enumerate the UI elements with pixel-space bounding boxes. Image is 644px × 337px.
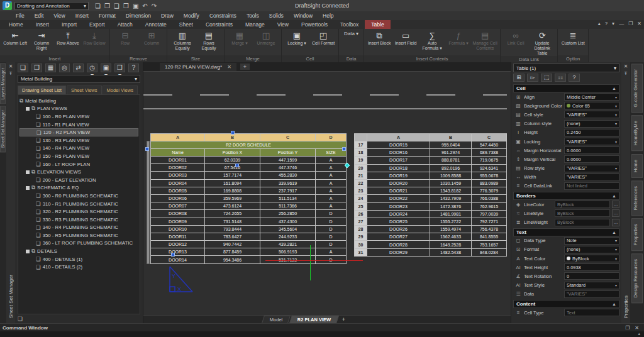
edge-tab-home[interactable]: Home (631, 154, 643, 178)
table-cell[interactable]: 1482.5438 (430, 248, 472, 256)
table-cell[interactable]: DOOR05 (151, 187, 205, 194)
select-entities-icon[interactable]: ⊞ (513, 74, 525, 82)
row-number-cell[interactable]: 23 (355, 187, 367, 195)
minimize-icon[interactable]: — (619, 21, 624, 26)
table-cell[interactable]: DOOR25 (367, 218, 430, 225)
workspace-selector[interactable]: Drafting and Annotation ▾ (14, 2, 89, 10)
import-sheet-icon[interactable]: ❐ (31, 64, 42, 72)
table-cell[interactable]: DOOR18 (367, 164, 430, 172)
section-header-borders[interactable]: Borders▲ (513, 192, 619, 200)
table-cell[interactable]: DOOR27 (367, 233, 430, 241)
menu-tools[interactable]: Tools (242, 12, 264, 19)
table-cell[interactable]: A (316, 172, 347, 179)
row-number-cell[interactable]: 27 (355, 218, 367, 225)
ribbon-tab-home[interactable]: Home (3, 20, 30, 29)
grip-handle[interactable] (171, 253, 175, 257)
table-cell[interactable]: 1030.1459 (430, 179, 472, 187)
table-cell[interactable]: DOOR01 (151, 157, 205, 164)
refresh-icon[interactable]: ⇄ (73, 64, 84, 72)
collapse-icon[interactable]: ▲ (612, 302, 616, 306)
help-icon[interactable]: ? (605, 21, 608, 26)
row-number-cell[interactable]: 22 (355, 179, 367, 187)
table-cell[interactable]: DOOR07 (151, 202, 205, 210)
new-sheet-tab-button[interactable]: + (340, 316, 348, 323)
new-sheet-icon[interactable]: ❏ (18, 64, 28, 72)
tree-group-schematic-eq[interactable]: ⧉SCHEMATIC & EQ (19, 184, 138, 192)
document-tab[interactable]: 120 R2 PLAN VIEW.dwg* ✕ (160, 63, 236, 71)
table-cell[interactable]: DOOR24 (367, 210, 430, 218)
ribbon-tab-attach[interactable]: Attach (111, 20, 139, 29)
print-icon[interactable]: ▣ (133, 3, 138, 9)
edge-tab-g-code-generator[interactable]: G-code Generator (631, 64, 643, 113)
table-cell[interactable]: A (316, 179, 347, 187)
collapse-icon[interactable]: ▲ (612, 86, 616, 91)
ribbon-tab-manage[interactable]: Manage (239, 20, 271, 29)
ribbon-tab-export[interactable]: Export (83, 20, 111, 29)
property-value-width[interactable]: "VARIES" (564, 174, 619, 181)
table-cell[interactable]: 924.6341 (472, 164, 507, 172)
table-cell[interactable]: 841.8555 (472, 233, 507, 241)
menu-constraints[interactable]: Constraints (205, 12, 241, 19)
table-cell[interactable]: DOOR16 (367, 149, 430, 157)
browse-button[interactable]: … (612, 219, 619, 226)
row-number-cell[interactable]: 18 (355, 149, 367, 157)
preview-icon[interactable]: ◎ (59, 64, 70, 72)
table-cell[interactable]: 955.0678 (472, 172, 507, 179)
ribbon-button-cell-format[interactable]: ◰Cell Format (311, 30, 336, 46)
sheet-150-r5-plan-view[interactable]: ❏150 - R5 PLAN VIEW (19, 152, 138, 160)
column-letter-cell[interactable]: C (472, 134, 507, 141)
menu-dimension[interactable]: Dimension (121, 12, 155, 19)
sheet-300-r0-plumbing-schematic[interactable]: ❏300 - R0 PLUMBING SCHEMATIC (19, 192, 138, 200)
sheet-140-r4-plan-view[interactable]: ❏140 - R4 PLAN VIEW (19, 145, 138, 153)
row-number-cell[interactable]: 21 (355, 172, 367, 179)
section-header-cell[interactable]: Cell▲ (513, 84, 619, 92)
sheet-set-dropdown[interactable]: Metal Building ▾ (18, 75, 140, 83)
property-value-height[interactable]: 0.2450 (564, 129, 619, 136)
quick-select-icon[interactable]: ⚏ (555, 74, 566, 82)
table-cell[interactable]: A (316, 157, 347, 164)
table-cell[interactable]: 961.2974 (430, 149, 472, 157)
edge-tab-design-resources[interactable]: Design Resources (631, 253, 643, 303)
sheet-310-r1-plumbing-schematic[interactable]: ❏310 - R1 PLUMBING SCHEMATIC (19, 200, 138, 208)
menu-help[interactable]: Help (318, 12, 338, 19)
tab-drawing-sheet-list[interactable]: Drawing Sheet List (18, 86, 66, 94)
ribbon-tab-constraints[interactable]: Constraints (199, 20, 239, 29)
ribbon-button-data[interactable]: Data ▾ (341, 30, 361, 38)
edge-tab-sheet-set-manager[interactable]: Sheet Set Manager (0, 106, 6, 152)
details-toggle-icon[interactable]: ❏ (18, 316, 23, 322)
browse-button[interactable]: … (612, 209, 619, 217)
property-value-row-style[interactable]: "VARIES"▾ (564, 165, 619, 172)
section-header-content[interactable]: Content▲ (513, 300, 619, 308)
ribbon-button-auto-formula[interactable]: ∑Auto Formula ▾ (419, 30, 445, 51)
table-cell[interactable]: DOOR19 (367, 172, 430, 179)
ribbon-tab-table[interactable]: Table (365, 20, 390, 29)
new-document-button[interactable]: + (240, 64, 250, 70)
table-cell[interactable]: 455.2830 (260, 172, 316, 179)
table-cell[interactable]: 1555.2722 (430, 218, 472, 225)
collapse-icon[interactable] (26, 250, 30, 253)
property-value-background-color[interactable]: Color 65▾ (564, 102, 619, 109)
table-cell[interactable]: 1559.4974 (430, 226, 472, 233)
row-number-cell[interactable]: 28 (355, 226, 367, 233)
column-letter-cell[interactable]: A (367, 134, 430, 141)
collapse-icon[interactable] (26, 170, 30, 174)
ribbon-tab-import[interactable]: Import (55, 20, 83, 29)
table-cell[interactable]: 883.0989 (472, 179, 507, 187)
collapse-icon[interactable] (26, 107, 30, 111)
table-cell[interactable]: 766.0388 (472, 195, 507, 202)
menu-draw[interactable]: Draw (157, 12, 178, 19)
table-cell[interactable]: 1432.7909 (430, 195, 472, 202)
menu-edit[interactable]: Edit (30, 12, 48, 19)
table-cell[interactable]: D (316, 218, 347, 225)
property-value-lineweight[interactable]: ByBlock (555, 219, 610, 226)
grip-handle[interactable] (342, 147, 346, 151)
row-number-cell[interactable]: 29 (355, 233, 367, 241)
table-cell[interactable]: D (316, 210, 347, 218)
property-value-locking[interactable]: "VARIES"▾ (564, 138, 619, 145)
column-letter-cell[interactable]: B (205, 134, 260, 141)
ribbon-button-column-left[interactable]: ⇤Column Left (3, 30, 28, 46)
save-as-icon[interactable]: ❑ (114, 3, 119, 9)
table-cell[interactable]: DOOR03 (151, 172, 205, 179)
table-header-cell[interactable]: Position Y (260, 149, 316, 157)
column-letter-cell[interactable]: C (260, 134, 316, 141)
